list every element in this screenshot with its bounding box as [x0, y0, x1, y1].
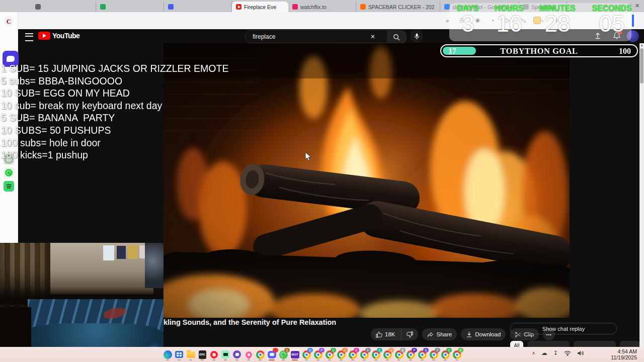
- voice-search-button[interactable]: [410, 30, 423, 43]
- show-chat-replay-button[interactable]: Show chat replay: [510, 323, 617, 334]
- map-pin-app-icon[interactable]: [244, 349, 254, 360]
- clock-date: 11/19/2025: [611, 354, 637, 360]
- whatsapp-taskbar-icon[interactable]: 1: [278, 349, 288, 360]
- goal-line: 10 SUBS= 50 PUSHUPS: [1, 124, 228, 137]
- kick-app-icon[interactable]: [220, 349, 230, 360]
- goal-line: 5 SUB= BANANA PARTY: [1, 112, 228, 124]
- chrome-profile-icon[interactable]: S: [417, 349, 427, 360]
- like-count: 18K: [385, 331, 395, 337]
- edge-icon[interactable]: [163, 349, 173, 360]
- system-tray: ∧ ☁ ↧: [532, 349, 584, 356]
- mouse-cursor: [305, 152, 312, 162]
- thumbs-up-icon: [376, 331, 382, 338]
- scrollbar-thumb[interactable]: [640, 48, 643, 83]
- wall-flag: [145, 243, 164, 288]
- download-icon: [466, 331, 472, 338]
- download-tray-icon[interactable]: ↧: [553, 350, 558, 356]
- profile-badge: B: [400, 348, 406, 352]
- next-app-icon[interactable]: NEXT: [290, 349, 300, 360]
- profile-badge: E: [354, 348, 359, 352]
- countdown-column: SECONDS 05: [588, 4, 636, 35]
- page-scrollbar[interactable]: ▲: [639, 43, 644, 347]
- onedrive-cloud-icon[interactable]: ☁: [541, 349, 547, 356]
- profile-badge: D: [307, 348, 313, 352]
- chrome-profile-icon[interactable]: T: [429, 349, 439, 360]
- chrome-profile-icon[interactable]: O: [336, 349, 346, 360]
- sub-goals-overlay: 1 SUB= 15 JUMPING JACKS OR RIZZLER EMOTE…: [1, 1, 228, 186]
- chrome-profile-icon[interactable]: F: [359, 349, 369, 360]
- goal-line: 10 SUB= EGG ON MY HEAD: [1, 87, 228, 100]
- countdown-column: MINUTES 28: [534, 4, 581, 35]
- chrome-profile-icon[interactable]: P: [406, 349, 416, 360]
- profile-badge: T: [435, 348, 440, 352]
- tab-favicon-icon: [292, 4, 298, 10]
- search-icon: [393, 34, 400, 41]
- video-title: kling Sounds, and the Serenity of Pure R…: [164, 318, 336, 326]
- share-icon: [427, 331, 434, 338]
- browser-tab-active-youtube[interactable]: Fireplace Eve: [232, 2, 288, 12]
- goal-line: 1 SUB= 15 JUMPING JACKS OR RIZZLER EMOTE: [1, 62, 228, 75]
- chrome-profile-icon[interactable]: C: [371, 349, 381, 360]
- profile-badge: P: [412, 348, 417, 352]
- search-clear-icon[interactable]: ✕: [370, 33, 375, 40]
- purple-chat-app-icon[interactable]: [232, 349, 242, 360]
- browser-tab[interactable]: SPACEBAR CLICKER - 202: [356, 2, 440, 12]
- profile-badge: P: [319, 348, 325, 352]
- profile-badge: G: [388, 348, 394, 352]
- discord-icon[interactable]: [267, 349, 277, 360]
- chrome-profile-icon[interactable]: D: [325, 349, 335, 360]
- tab-favicon-icon: [360, 4, 366, 10]
- profile-badge: B: [458, 348, 463, 352]
- goal-max: 100: [619, 47, 631, 56]
- search-button[interactable]: [387, 30, 407, 44]
- search-bar[interactable]: ✕: [245, 30, 388, 43]
- clock-time: 4:54 AM: [611, 348, 637, 354]
- profile-badge: F: [365, 348, 371, 352]
- taskbar-clock[interactable]: 4:54 AM 11/19/2025: [611, 348, 637, 360]
- taskbar: EPIC 1 NEXT D P: [0, 347, 644, 362]
- profile-badge: S: [423, 348, 429, 352]
- scrollbar-up-arrow-icon[interactable]: ▲: [639, 43, 644, 48]
- countdown-value: 16: [489, 12, 529, 35]
- chrome-profile-icon[interactable]: B: [394, 349, 404, 360]
- epic-games-icon[interactable]: EPIC: [197, 349, 207, 360]
- search-input[interactable]: [246, 33, 369, 41]
- dislike-button[interactable]: [401, 328, 418, 340]
- chrome-icon[interactable]: [255, 349, 265, 360]
- chrome-profile-icon[interactable]: E: [348, 349, 358, 360]
- chrome-profile-icon[interactable]: B: [452, 349, 462, 360]
- microsoft-store-icon[interactable]: [174, 349, 184, 360]
- share-button[interactable]: Share: [422, 328, 457, 340]
- profile-badge: C: [377, 348, 382, 352]
- webcam-overlay: [0, 243, 164, 362]
- chrome-profile-icon[interactable]: G: [382, 349, 392, 360]
- discord-badge: [273, 348, 278, 352]
- goal-line: 100 kicks=1 pushup: [1, 149, 228, 161]
- countdown-value: 05: [588, 12, 636, 35]
- volume-icon[interactable]: [577, 350, 584, 356]
- youtube-favicon-icon: [236, 4, 242, 10]
- wifi-icon[interactable]: [564, 350, 571, 356]
- file-explorer-icon[interactable]: [186, 349, 196, 360]
- thumbs-down-icon: [407, 331, 413, 338]
- browser-tab[interactable]: watchflix.to: [288, 2, 356, 12]
- whatsapp-badge: 1: [284, 348, 290, 352]
- chrome-profile-icon[interactable]: D: [440, 349, 450, 360]
- poster: [128, 245, 138, 259]
- opera-icon[interactable]: [209, 349, 219, 360]
- download-button[interactable]: Download: [461, 328, 506, 340]
- chrome-profile-icon[interactable]: P: [313, 349, 323, 360]
- tobython-goal-bar: 17 TOBYTHON GOAL 100: [440, 44, 638, 57]
- screen: Fireplace Eve watchflix.to SPACEBAR CLIC…: [0, 0, 644, 362]
- goal-line: 100 subs= hole in door: [1, 137, 228, 149]
- countdown-value: 3: [453, 12, 483, 35]
- goal-line: 10 sub= break my keyboard next day: [1, 100, 228, 112]
- taskbar-icons: EPIC 1 NEXT D P: [163, 348, 462, 361]
- countdown-column: DAYS 3: [453, 4, 483, 35]
- goal-line: 5 subs= BBBA-BINGOOOO: [1, 75, 228, 87]
- profile-badge: D: [446, 348, 452, 352]
- like-button[interactable]: 18K: [371, 328, 401, 340]
- tray-chevron-icon[interactable]: ∧: [532, 350, 535, 355]
- profile-badge: D: [331, 348, 336, 352]
- chrome-profile-icon[interactable]: D: [301, 349, 311, 360]
